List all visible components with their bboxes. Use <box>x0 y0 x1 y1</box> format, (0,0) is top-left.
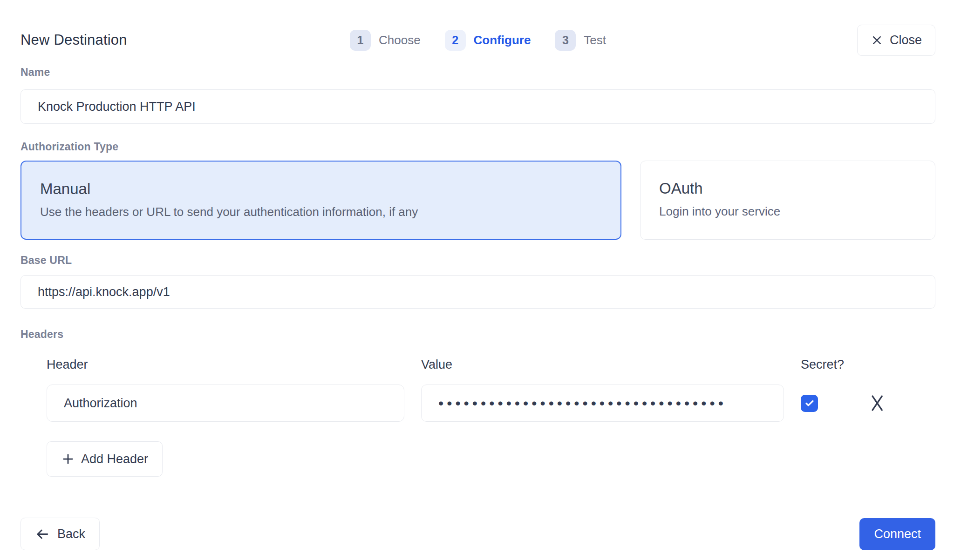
close-button-label: Close <box>890 33 922 47</box>
step-test-number: 3 <box>555 30 576 51</box>
delete-x-icon <box>869 394 885 412</box>
connect-button[interactable]: Connect <box>859 518 935 550</box>
close-icon <box>871 34 883 47</box>
step-configure-label: Configure <box>474 33 531 47</box>
stepper: 1 Choose 2 Configure 3 Test <box>350 30 606 51</box>
name-label: Name <box>20 66 935 79</box>
delete-header-button[interactable] <box>869 394 885 412</box>
headers-label: Headers <box>20 328 935 341</box>
add-header-label: Add Header <box>81 452 148 466</box>
step-choose-label: Choose <box>379 33 421 47</box>
authorization-type-label: Authorization Type <box>20 141 935 153</box>
add-header-button[interactable]: Add Header <box>47 441 163 477</box>
authorization-type-options: Manual Use the headers or URL to send yo… <box>20 161 935 240</box>
back-button[interactable]: Back <box>20 518 100 550</box>
dialog-header: New Destination 1 Choose 2 Configure 3 T… <box>20 24 935 56</box>
header-row <box>47 385 935 422</box>
connect-button-label: Connect <box>874 527 921 541</box>
header-value-input[interactable] <box>421 385 784 422</box>
auth-option-oauth-description: Login into your service <box>659 204 916 219</box>
close-button[interactable]: Close <box>857 25 935 56</box>
auth-option-oauth-title: OAuth <box>659 180 916 197</box>
arrow-left-icon <box>35 526 50 542</box>
step-test[interactable]: 3 Test <box>555 30 606 51</box>
auth-option-manual[interactable]: Manual Use the headers or URL to send yo… <box>20 161 621 240</box>
step-test-label: Test <box>584 33 606 47</box>
header-key-input[interactable] <box>47 385 404 422</box>
step-choose[interactable]: 1 Choose <box>350 30 421 51</box>
plus-icon <box>61 452 75 466</box>
new-destination-dialog: New Destination 1 Choose 2 Configure 3 T… <box>0 0 954 550</box>
name-input[interactable] <box>20 89 935 124</box>
column-header-header: Header <box>47 358 404 372</box>
back-button-label: Back <box>57 527 85 541</box>
auth-option-manual-title: Manual <box>40 180 602 198</box>
step-choose-number: 1 <box>350 30 371 51</box>
secret-checkbox[interactable] <box>801 395 818 412</box>
step-configure[interactable]: 2 Configure <box>445 30 531 51</box>
auth-option-manual-description: Use the headers or URL to send your auth… <box>40 205 602 219</box>
step-configure-number: 2 <box>445 30 466 51</box>
base-url-label: Base URL <box>20 254 935 267</box>
base-url-input[interactable] <box>20 275 935 309</box>
column-header-secret: Secret? <box>801 358 935 372</box>
column-header-value: Value <box>421 358 784 372</box>
checkmark-icon <box>804 398 815 409</box>
headers-column-row: Header Value Secret? <box>47 358 935 372</box>
dialog-footer: Back Connect <box>20 518 935 550</box>
auth-option-oauth[interactable]: OAuth Login into your service <box>640 161 935 240</box>
page-title: New Destination <box>20 32 350 48</box>
